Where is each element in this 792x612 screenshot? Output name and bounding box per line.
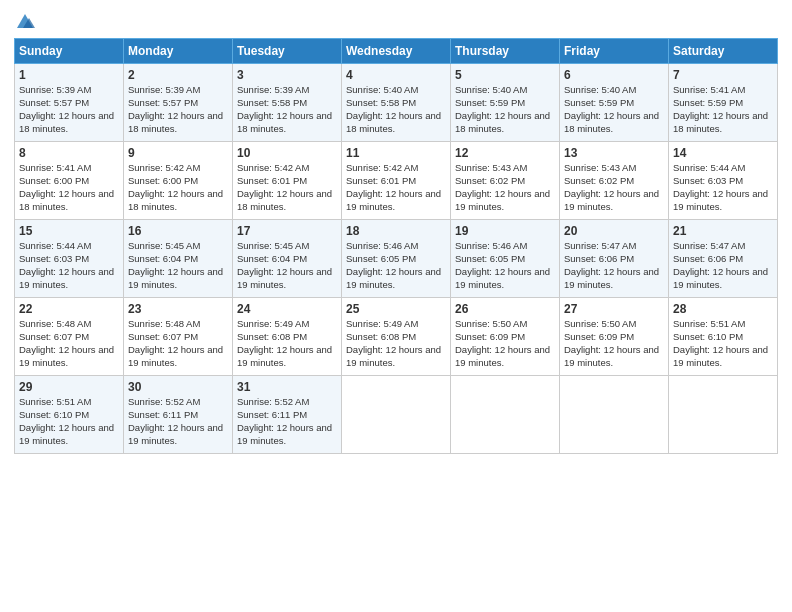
day-number: 25: [346, 301, 446, 317]
calendar-cell: 10Sunrise: 5:42 AMSunset: 6:01 PMDayligh…: [233, 142, 342, 220]
main-container: SundayMondayTuesdayWednesdayThursdayFrid…: [0, 0, 792, 464]
sunset-label: Sunset: 5:58 PM: [346, 97, 416, 108]
sunset-label: Sunset: 6:05 PM: [455, 253, 525, 264]
calendar-week-4: 22Sunrise: 5:48 AMSunset: 6:07 PMDayligh…: [15, 298, 778, 376]
calendar-cell: 2Sunrise: 5:39 AMSunset: 5:57 PMDaylight…: [124, 64, 233, 142]
sunrise-label: Sunrise: 5:50 AM: [455, 318, 527, 329]
calendar-cell: 5Sunrise: 5:40 AMSunset: 5:59 PMDaylight…: [451, 64, 560, 142]
day-number: 23: [128, 301, 228, 317]
daylight-label: Daylight: 12 hours and 19 minutes.: [673, 344, 768, 368]
sunset-label: Sunset: 6:06 PM: [673, 253, 743, 264]
sunrise-label: Sunrise: 5:48 AM: [128, 318, 200, 329]
sunrise-label: Sunrise: 5:41 AM: [19, 162, 91, 173]
daylight-label: Daylight: 12 hours and 19 minutes.: [19, 422, 114, 446]
calendar-cell: 20Sunrise: 5:47 AMSunset: 6:06 PMDayligh…: [560, 220, 669, 298]
day-number: 16: [128, 223, 228, 239]
sunset-label: Sunset: 6:03 PM: [673, 175, 743, 186]
daylight-label: Daylight: 12 hours and 19 minutes.: [237, 422, 332, 446]
day-number: 26: [455, 301, 555, 317]
day-header-tuesday: Tuesday: [233, 39, 342, 64]
sunset-label: Sunset: 6:01 PM: [346, 175, 416, 186]
daylight-label: Daylight: 12 hours and 18 minutes.: [19, 110, 114, 134]
daylight-label: Daylight: 12 hours and 18 minutes.: [455, 110, 550, 134]
daylight-label: Daylight: 12 hours and 19 minutes.: [128, 422, 223, 446]
daylight-label: Daylight: 12 hours and 19 minutes.: [673, 188, 768, 212]
sunset-label: Sunset: 5:59 PM: [455, 97, 525, 108]
calendar-cell: 7Sunrise: 5:41 AMSunset: 5:59 PMDaylight…: [669, 64, 778, 142]
day-number: 18: [346, 223, 446, 239]
calendar-cell: 9Sunrise: 5:42 AMSunset: 6:00 PMDaylight…: [124, 142, 233, 220]
calendar-week-5: 29Sunrise: 5:51 AMSunset: 6:10 PMDayligh…: [15, 376, 778, 454]
sunrise-label: Sunrise: 5:47 AM: [564, 240, 636, 251]
calendar-cell: 31Sunrise: 5:52 AMSunset: 6:11 PMDayligh…: [233, 376, 342, 454]
calendar-cell: 30Sunrise: 5:52 AMSunset: 6:11 PMDayligh…: [124, 376, 233, 454]
sunrise-label: Sunrise: 5:40 AM: [564, 84, 636, 95]
day-number: 13: [564, 145, 664, 161]
calendar-body: 1Sunrise: 5:39 AMSunset: 5:57 PMDaylight…: [15, 64, 778, 454]
sunrise-label: Sunrise: 5:46 AM: [455, 240, 527, 251]
calendar-cell: 1Sunrise: 5:39 AMSunset: 5:57 PMDaylight…: [15, 64, 124, 142]
day-number: 10: [237, 145, 337, 161]
calendar-cell: 27Sunrise: 5:50 AMSunset: 6:09 PMDayligh…: [560, 298, 669, 376]
day-number: 7: [673, 67, 773, 83]
day-number: 14: [673, 145, 773, 161]
calendar-header-row: SundayMondayTuesdayWednesdayThursdayFrid…: [15, 39, 778, 64]
daylight-label: Daylight: 12 hours and 19 minutes.: [346, 344, 441, 368]
sunset-label: Sunset: 5:58 PM: [237, 97, 307, 108]
calendar-cell: 6Sunrise: 5:40 AMSunset: 5:59 PMDaylight…: [560, 64, 669, 142]
sunset-label: Sunset: 6:10 PM: [673, 331, 743, 342]
daylight-label: Daylight: 12 hours and 19 minutes.: [564, 266, 659, 290]
sunrise-label: Sunrise: 5:45 AM: [128, 240, 200, 251]
day-number: 4: [346, 67, 446, 83]
day-number: 24: [237, 301, 337, 317]
calendar-cell: 25Sunrise: 5:49 AMSunset: 6:08 PMDayligh…: [342, 298, 451, 376]
calendar-cell: 19Sunrise: 5:46 AMSunset: 6:05 PMDayligh…: [451, 220, 560, 298]
daylight-label: Daylight: 12 hours and 18 minutes.: [673, 110, 768, 134]
sunset-label: Sunset: 6:01 PM: [237, 175, 307, 186]
sunset-label: Sunset: 6:11 PM: [237, 409, 307, 420]
sunrise-label: Sunrise: 5:52 AM: [128, 396, 200, 407]
day-number: 28: [673, 301, 773, 317]
day-number: 6: [564, 67, 664, 83]
daylight-label: Daylight: 12 hours and 19 minutes.: [237, 344, 332, 368]
sunset-label: Sunset: 5:57 PM: [19, 97, 89, 108]
logo: [14, 10, 35, 30]
calendar-cell: 21Sunrise: 5:47 AMSunset: 6:06 PMDayligh…: [669, 220, 778, 298]
day-number: 22: [19, 301, 119, 317]
calendar-cell: [669, 376, 778, 454]
daylight-label: Daylight: 12 hours and 19 minutes.: [237, 266, 332, 290]
daylight-label: Daylight: 12 hours and 18 minutes.: [128, 110, 223, 134]
day-number: 15: [19, 223, 119, 239]
day-number: 5: [455, 67, 555, 83]
sunrise-label: Sunrise: 5:51 AM: [673, 318, 745, 329]
daylight-label: Daylight: 12 hours and 19 minutes.: [455, 344, 550, 368]
sunset-label: Sunset: 6:05 PM: [346, 253, 416, 264]
calendar-week-2: 8Sunrise: 5:41 AMSunset: 6:00 PMDaylight…: [15, 142, 778, 220]
sunset-label: Sunset: 5:59 PM: [673, 97, 743, 108]
daylight-label: Daylight: 12 hours and 18 minutes.: [346, 110, 441, 134]
sunset-label: Sunset: 5:57 PM: [128, 97, 198, 108]
daylight-label: Daylight: 12 hours and 19 minutes.: [455, 188, 550, 212]
sunrise-label: Sunrise: 5:49 AM: [237, 318, 309, 329]
sunset-label: Sunset: 6:04 PM: [237, 253, 307, 264]
sunrise-label: Sunrise: 5:49 AM: [346, 318, 418, 329]
day-number: 3: [237, 67, 337, 83]
sunrise-label: Sunrise: 5:50 AM: [564, 318, 636, 329]
logo-icon: [15, 10, 35, 30]
daylight-label: Daylight: 12 hours and 19 minutes.: [128, 344, 223, 368]
sunset-label: Sunset: 6:08 PM: [346, 331, 416, 342]
calendar-cell: [342, 376, 451, 454]
sunset-label: Sunset: 6:10 PM: [19, 409, 89, 420]
calendar-cell: 26Sunrise: 5:50 AMSunset: 6:09 PMDayligh…: [451, 298, 560, 376]
sunrise-label: Sunrise: 5:44 AM: [673, 162, 745, 173]
sunset-label: Sunset: 6:03 PM: [19, 253, 89, 264]
sunrise-label: Sunrise: 5:42 AM: [237, 162, 309, 173]
sunset-label: Sunset: 6:07 PM: [128, 331, 198, 342]
sunrise-label: Sunrise: 5:51 AM: [19, 396, 91, 407]
sunset-label: Sunset: 6:09 PM: [564, 331, 634, 342]
sunrise-label: Sunrise: 5:40 AM: [455, 84, 527, 95]
sunrise-label: Sunrise: 5:41 AM: [673, 84, 745, 95]
sunset-label: Sunset: 6:06 PM: [564, 253, 634, 264]
calendar-cell: 22Sunrise: 5:48 AMSunset: 6:07 PMDayligh…: [15, 298, 124, 376]
day-number: 19: [455, 223, 555, 239]
